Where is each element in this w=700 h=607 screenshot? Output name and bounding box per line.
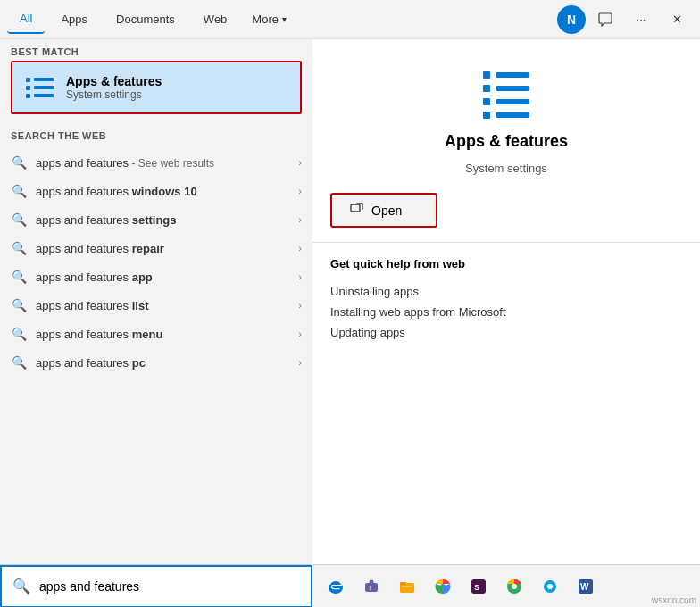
open-label: Open xyxy=(371,204,402,218)
taskbar-teams-icon[interactable]: T xyxy=(355,570,388,603)
best-match-item[interactable]: Apps & features System settings xyxy=(11,61,302,114)
chevron-right-icon: › xyxy=(298,328,302,339)
result-text: apps and features menu xyxy=(36,328,289,341)
svg-text:W: W xyxy=(580,582,589,592)
taskbar-chrome-green-icon[interactable] xyxy=(498,570,530,603)
search-icon: 🔍 xyxy=(11,212,27,228)
search-icon: 🔍 xyxy=(11,297,27,313)
tab-apps[interactable]: Apps xyxy=(48,5,100,33)
taskbar-other-icon[interactable] xyxy=(534,570,566,603)
result-text: apps and features repair xyxy=(36,242,289,255)
chevron-right-icon: › xyxy=(298,300,302,311)
feedback-icon[interactable] xyxy=(589,4,621,36)
best-match-subtitle: System settings xyxy=(66,88,289,101)
taskbar-chrome-icon[interactable] xyxy=(427,570,459,603)
large-apps-features-icon xyxy=(479,68,533,121)
list-item[interactable]: 🔍 apps and features - See web results › xyxy=(0,148,312,177)
chevron-right-icon: › xyxy=(298,271,302,282)
open-btn-container: Open xyxy=(312,189,700,242)
best-match-section: Best match xyxy=(0,39,312,118)
svg-point-13 xyxy=(512,584,517,589)
result-text: apps and features list xyxy=(36,299,289,312)
apps-features-icon xyxy=(23,71,55,104)
best-match-title: Apps & features xyxy=(66,74,289,88)
quick-help-link-2[interactable]: Installing web apps from Microsoft xyxy=(330,302,682,322)
tab-web[interactable]: Web xyxy=(191,5,240,33)
svg-point-15 xyxy=(547,584,553,589)
search-box-container: 🔍 xyxy=(0,565,312,608)
chevron-right-icon: › xyxy=(298,157,302,168)
search-icon: 🔍 xyxy=(11,154,27,170)
search-box-icon: 🔍 xyxy=(12,578,30,595)
chevron-right-icon: › xyxy=(298,214,302,225)
left-panel: Best match xyxy=(0,39,312,564)
chevron-right-icon: › xyxy=(298,243,302,254)
quick-help-link-1[interactable]: Uninstalling apps xyxy=(330,281,682,302)
search-icon: 🔍 xyxy=(11,354,27,370)
list-item[interactable]: 🔍 apps and features list › xyxy=(0,291,312,320)
quick-help-link-3[interactable]: Updating apps xyxy=(330,322,682,343)
result-text: apps and features app xyxy=(36,270,289,284)
right-header: Apps & features System settings xyxy=(312,39,700,189)
taskbar-explorer-icon[interactable] xyxy=(391,570,423,603)
list-item[interactable]: 🔍 apps and features settings › xyxy=(0,205,312,234)
right-title: Apps & features xyxy=(445,132,568,151)
chevron-down-icon: ▾ xyxy=(282,14,287,24)
right-panel: Apps & features System settings Open Get… xyxy=(312,39,700,564)
svg-text:S: S xyxy=(474,583,479,592)
taskbar: T S W xyxy=(312,564,700,607)
top-nav: All Apps Documents Web More ▾ N ··· ✕ xyxy=(0,0,700,39)
svg-rect-0 xyxy=(351,204,360,212)
more-options-icon[interactable]: ··· xyxy=(625,4,657,36)
user-avatar[interactable]: N xyxy=(557,5,586,34)
list-item[interactable]: 🔍 apps and features repair › xyxy=(0,234,312,262)
main-container: Best match xyxy=(0,39,700,564)
result-text: apps and features - See web results xyxy=(36,156,289,170)
search-web-label: Search the web xyxy=(11,130,302,141)
search-icon: 🔍 xyxy=(11,326,27,342)
list-item[interactable]: 🔍 apps and features menu › xyxy=(0,320,312,348)
search-icon: 🔍 xyxy=(11,183,27,199)
quick-help-title: Get quick help from web xyxy=(330,257,682,270)
search-web-section: Search the web xyxy=(0,123,312,148)
tab-documents[interactable]: Documents xyxy=(104,5,188,33)
taskbar-word-icon[interactable]: W xyxy=(570,570,602,603)
svg-rect-6 xyxy=(400,582,406,585)
right-subtitle: System settings xyxy=(465,162,547,175)
search-result-list: 🔍 apps and features - See web results › … xyxy=(0,148,312,564)
quick-help-section: Get quick help from web Uninstalling app… xyxy=(312,243,700,357)
search-input[interactable] xyxy=(39,579,300,594)
more-label: More xyxy=(252,12,279,26)
result-text: apps and features settings xyxy=(36,213,289,227)
chevron-right-icon: › xyxy=(298,186,302,196)
best-match-label: Best match xyxy=(11,46,302,57)
watermark: wsxdn.com xyxy=(652,595,696,605)
open-button[interactable]: Open xyxy=(330,193,438,228)
list-item[interactable]: 🔍 apps and features pc › xyxy=(0,348,312,377)
taskbar-edge-icon[interactable] xyxy=(320,570,352,603)
result-text: apps and features pc xyxy=(36,356,289,370)
svg-point-3 xyxy=(370,579,374,584)
result-text: apps and features windows 10 xyxy=(36,185,289,198)
search-icon: 🔍 xyxy=(11,240,27,256)
open-icon xyxy=(350,202,364,219)
svg-rect-7 xyxy=(402,586,412,587)
close-icon[interactable]: ✕ xyxy=(661,4,693,36)
best-match-text: Apps & features System settings xyxy=(66,74,289,101)
bottom-bar: 🔍 T S W xyxy=(0,564,700,607)
search-icon: 🔍 xyxy=(11,269,27,285)
list-item[interactable]: 🔍 apps and features windows 10 › xyxy=(0,177,312,205)
more-dropdown[interactable]: More ▾ xyxy=(243,5,296,33)
chevron-right-icon: › xyxy=(298,357,302,368)
taskbar-slack-icon[interactable]: S xyxy=(462,570,495,603)
svg-text:T: T xyxy=(368,585,372,591)
list-item[interactable]: 🔍 apps and features app › xyxy=(0,262,312,291)
tab-all[interactable]: All xyxy=(7,4,45,34)
